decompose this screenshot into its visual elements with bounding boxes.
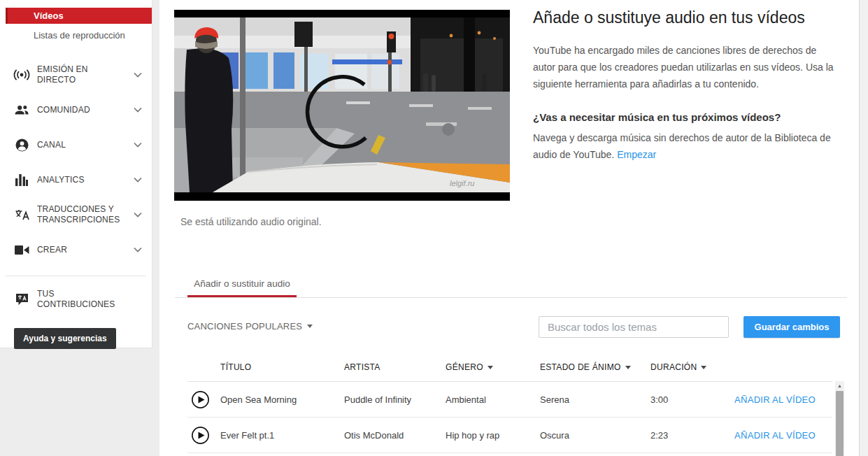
popular-songs-dropdown[interactable]: CANCIONES POPULARES [187,321,313,332]
sidebar-item-channel[interactable]: CANAL [0,127,152,162]
play-button[interactable] [191,426,210,445]
song-artist: Otis McDonald [344,430,446,441]
audio-status-text: Se está utilizando audio original. [180,216,322,227]
sort-caret-icon [488,366,493,369]
caret-down-icon [307,325,313,328]
community-icon [14,103,29,117]
help-feedback-button[interactable]: Ayuda y sugerencias [14,328,116,349]
video-watermark: lelgif.ru [450,179,474,187]
question-text: Navega y descarga música sin derechos de… [533,129,839,163]
sidebar-item-label: TUS CONTRIBUCIONES [37,289,121,310]
song-duration: 2:23 [650,430,734,441]
add-to-video-link[interactable]: AÑADIR AL VÍDEO [734,394,816,405]
header-duration[interactable]: DURACIÓN [650,362,734,372]
chevron-down-icon [134,210,142,220]
chevron-down-icon [134,245,142,255]
sidebar-item-label: EMISIÓN EN DIRECTO [37,64,121,85]
main-content: lelgif.ru Añade o sustituye audio en tus… [159,0,860,456]
sidebar-item-translations[interactable]: TRADUCCIONES Y TRANSCRIPCIONES [0,197,152,232]
song-mood: Oscura [540,430,650,441]
intro-section: Añade o sustituye audio en tus vídeos Yo… [533,8,839,163]
question-text-body: Navega y descarga música sin derechos de… [533,132,831,160]
broadcast-icon [14,68,29,82]
table-row: Open Sea Morning Puddle of Infinity Ambi… [187,382,832,418]
sidebar-item-videos[interactable]: Vídeos [6,8,152,24]
add-to-video-link[interactable]: AÑADIR AL VÍDEO [734,430,816,441]
sort-caret-icon [701,366,706,369]
analytics-icon [14,173,29,187]
sidebar-item-label: CANAL [37,140,66,150]
channel-icon [14,138,29,152]
chevron-down-icon [134,105,142,115]
header-genre[interactable]: GÉNERO [446,362,540,372]
sidebar-item-playlists[interactable]: Listas de reproducción [0,28,152,43]
table-row-partial [187,453,832,456]
sidebar-item-label: CREAR [37,245,67,255]
translate-icon [14,208,29,222]
page-title: Añade o sustituye audio en tus vídeos [533,8,839,27]
song-title: Ever Felt pt.1 [220,430,344,441]
song-genre: Hip hop y rap [446,430,540,441]
song-genre: Ambiental [446,394,540,405]
video-thumbnail[interactable]: lelgif.ru [174,10,510,201]
sidebar-item-community[interactable]: COMUNIDAD [0,92,152,127]
sort-caret-icon [625,366,631,369]
sidebar-item-label: ANALYTICS [37,175,85,185]
save-changes-button[interactable]: Guardar cambios [744,316,840,338]
header-title: TÍTULO [220,362,344,372]
song-artist: Puddle of Infinity [344,394,446,405]
songs-table: TÍTULO ARTISTA GÉNERO ESTADO DE ÁNIMO DU… [187,353,832,456]
sidebar-item-contributions[interactable]: TUS CONTRIBUCIONES [0,283,152,315]
song-duration: 3:00 [650,394,734,405]
contributions-icon [14,292,29,306]
sidebar-divider [6,276,146,276]
tab-bar: Añadir o sustituir audio [175,274,847,298]
song-mood: Serena [540,394,650,405]
scrollbar-thumb[interactable] [836,391,844,456]
scrollbar-up-arrow-icon[interactable]: ▲ [835,381,844,390]
sidebar-item-live[interactable]: EMISIÓN EN DIRECTO [0,57,152,92]
sidebar-item-create[interactable]: CREAR [0,232,152,267]
chevron-down-icon [134,70,142,80]
header-mood[interactable]: ESTADO DE ÁNIMO [540,362,650,372]
sidebar-item-label: COMUNIDAD [37,105,90,115]
create-icon [14,243,29,257]
question-heading: ¿Vas a necesitar música en tus próximos … [533,111,839,123]
sidebar-item-analytics[interactable]: ANALYTICS [0,162,152,197]
intro-text: YouTube ha encargado miles de canciones … [533,42,839,92]
sidebar: Vídeos Listas de reproducción EMISIÓN EN… [0,0,152,348]
chevron-down-icon [134,140,142,150]
table-scrollbar[interactable]: ▲ [835,381,844,456]
popular-songs-label: CANCIONES POPULARES [187,321,302,332]
search-input[interactable] [539,316,729,338]
table-header-row: TÍTULO ARTISTA GÉNERO ESTADO DE ÁNIMO DU… [187,353,832,382]
chevron-down-icon [134,175,142,185]
play-button[interactable] [191,390,210,409]
table-row: Ever Felt pt.1 Otis McDonald Hip hop y r… [187,418,832,453]
sidebar-item-label: TRADUCCIONES Y TRANSCRIPCIONES [37,204,121,225]
header-artist: ARTISTA [344,362,446,372]
song-title: Open Sea Morning [220,394,344,405]
tab-add-replace-audio[interactable]: Añadir o sustituir audio [187,274,297,297]
page-scrollbar[interactable] [859,0,868,456]
empezar-link[interactable]: Empezar [617,149,656,160]
